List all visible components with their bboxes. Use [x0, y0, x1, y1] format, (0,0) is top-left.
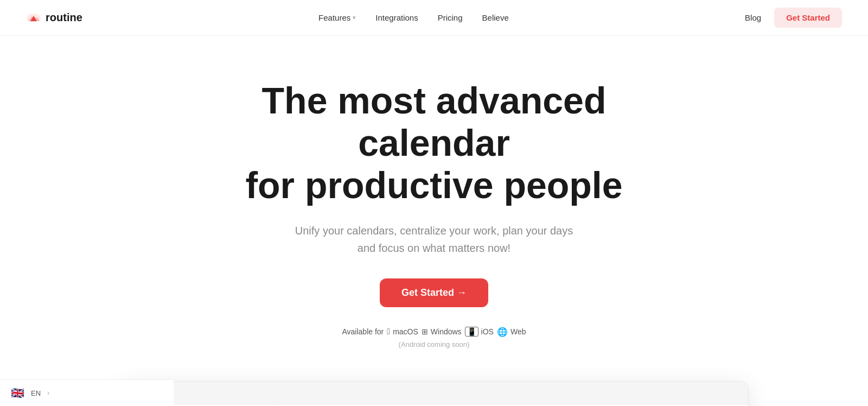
- app-calendar: Mar 2023 ‹ › ↗ Share: [277, 404, 748, 406]
- nav-right: Blog Get Started: [745, 8, 842, 28]
- lang-chevron-icon[interactable]: ›: [47, 389, 49, 397]
- mobile-icon: 📱: [465, 327, 478, 337]
- globe-icon: 🌐: [497, 327, 508, 337]
- platform-web: 🌐 Web: [497, 327, 526, 337]
- logo-text: routine: [46, 11, 82, 24]
- language-bar: 🇬🇧 EN ›: [0, 379, 174, 406]
- window-titlebar: [120, 382, 748, 404]
- logo-link[interactable]: routine: [26, 11, 82, 24]
- flag-icon: 🇬🇧: [11, 386, 24, 399]
- nav-believe[interactable]: Believe: [482, 13, 509, 22]
- nav-blog[interactable]: Blog: [745, 13, 761, 22]
- nav-integrations[interactable]: Integrations: [375, 13, 418, 22]
- apple-icon: : [387, 327, 390, 337]
- app-window: ‹ › TASKS: [119, 381, 749, 406]
- nav-cta-button[interactable]: Get Started: [774, 8, 842, 28]
- platform-windows: ⊞ Windows: [422, 327, 462, 336]
- hero-section: The most advanced calendar for productiv…: [0, 36, 868, 370]
- app-tasks-panel: TASKS: [158, 404, 277, 406]
- windows-icon: ⊞: [422, 327, 428, 336]
- android-note: (Android coming soon): [399, 340, 470, 348]
- navbar: routine Features ▾ Integrations Pricing …: [0, 0, 868, 36]
- calendar-header: Mar 2023 ‹ › ↗ Share: [277, 404, 748, 406]
- nav-features[interactable]: Features ▾: [318, 13, 356, 22]
- platform-macos:  macOS: [387, 327, 418, 337]
- chevron-down-icon: ▾: [353, 14, 356, 21]
- nav-links: Features ▾ Integrations Pricing Believe: [318, 13, 509, 22]
- nav-pricing[interactable]: Pricing: [438, 13, 463, 22]
- tasks-header: TASKS: [158, 404, 277, 406]
- hero-subtitle: Unify your calendars, centralize your wo…: [295, 222, 573, 257]
- hero-title: The most advanced calendar for productiv…: [190, 79, 678, 207]
- hero-cta-button[interactable]: Get Started →: [380, 278, 488, 307]
- lang-label: EN: [31, 389, 41, 397]
- available-for: Available for  macOS ⊞ Windows 📱 iOS 🌐 …: [342, 327, 526, 337]
- logo-icon: [26, 12, 41, 23]
- app-body: ‹ › TASKS: [120, 404, 748, 406]
- platform-ios: 📱 iOS: [465, 327, 494, 337]
